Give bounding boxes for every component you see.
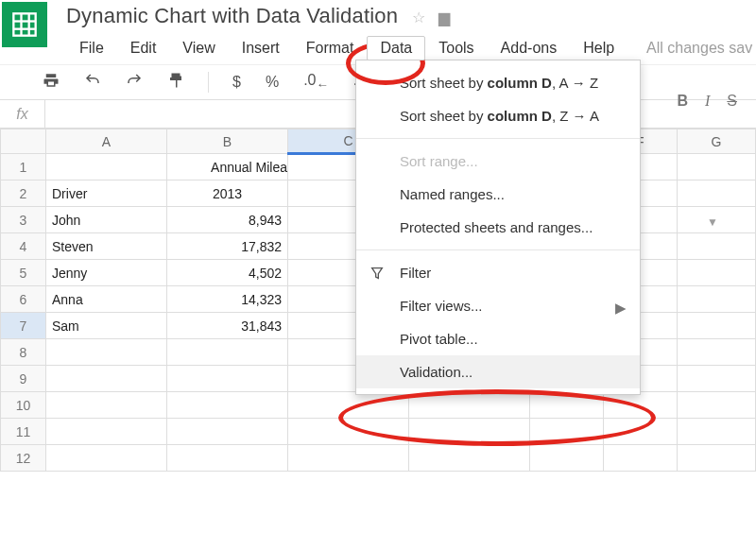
- format-percent[interactable]: %: [261, 70, 284, 95]
- menu-named-ranges[interactable]: Named ranges...: [356, 178, 640, 211]
- menu-edit[interactable]: Edit: [117, 36, 170, 60]
- cell-B5[interactable]: 4,502: [167, 260, 288, 286]
- col-header-G[interactable]: G: [677, 129, 755, 154]
- filter-icon: [369, 266, 385, 284]
- menu-view[interactable]: View: [169, 36, 228, 60]
- row-header-8[interactable]: 8: [1, 339, 46, 366]
- row-header-2[interactable]: 2: [1, 181, 46, 207]
- cell-A3[interactable]: John: [46, 207, 167, 233]
- dec-decrease[interactable]: .0←: [299, 68, 334, 95]
- col-header-A[interactable]: A: [46, 129, 167, 154]
- col-header-B[interactable]: B: [167, 129, 288, 154]
- menu-help[interactable]: Help: [570, 36, 627, 60]
- menu-data[interactable]: Data: [367, 36, 425, 60]
- document-title[interactable]: Dynamic Chart with Data Validation: [66, 4, 398, 27]
- sheets-logo[interactable]: [2, 2, 47, 47]
- paint-format-icon[interactable]: [163, 68, 189, 96]
- svg-rect-0: [13, 13, 35, 35]
- cell-B3[interactable]: 8,943: [167, 207, 288, 233]
- fx-label: fx: [0, 100, 45, 128]
- cell-A2[interactable]: Driver: [46, 181, 167, 207]
- submenu-arrow-icon: ▶: [615, 300, 627, 317]
- cell-B4[interactable]: 17,832: [167, 233, 288, 260]
- row-header-10[interactable]: 10: [1, 392, 46, 419]
- cell-A5[interactable]: Jenny: [46, 260, 167, 286]
- data-validation-arrow[interactable]: ▼: [707, 215, 718, 229]
- menu-protected[interactable]: Protected sheets and ranges...: [356, 211, 640, 244]
- format-currency[interactable]: $: [228, 70, 246, 95]
- folder-icon[interactable]: ▆: [438, 9, 450, 26]
- menu-pivot[interactable]: Pivot table...: [356, 322, 640, 355]
- data-menu-dropdown: Sort sheet by column D, A → Z Sort sheet…: [355, 60, 641, 395]
- menu-validation[interactable]: Validation...: [356, 355, 640, 388]
- save-status: All changes sav: [646, 36, 752, 60]
- strike-button[interactable]: S: [727, 93, 737, 110]
- redo-icon[interactable]: [121, 68, 147, 96]
- row-header-7[interactable]: 7: [1, 313, 46, 339]
- menu-filter-views[interactable]: Filter views...▶: [356, 289, 640, 322]
- row-header-1[interactable]: 1: [1, 154, 46, 181]
- bold-button[interactable]: B: [677, 93, 688, 110]
- row-header-9[interactable]: 9: [1, 366, 46, 392]
- print-icon[interactable]: [38, 68, 64, 96]
- select-all-corner[interactable]: [1, 129, 46, 154]
- menu-file[interactable]: File: [66, 36, 117, 60]
- cell-B7[interactable]: 31,843: [167, 313, 288, 339]
- menu-filter[interactable]: Filter: [356, 256, 640, 289]
- row-header-12[interactable]: 12: [1, 445, 46, 472]
- cell-A7[interactable]: Sam: [46, 313, 167, 339]
- italic-button[interactable]: I: [705, 93, 710, 110]
- format-text-group: B I S: [677, 93, 737, 110]
- menu-sort-za[interactable]: Sort sheet by column D, Z → A: [356, 99, 640, 132]
- row-header-11[interactable]: 11: [1, 419, 46, 445]
- cell-B6[interactable]: 14,323: [167, 286, 288, 313]
- row-header-5[interactable]: 5: [1, 260, 46, 286]
- menubar: File Edit View Insert Format Data Tools …: [66, 36, 752, 60]
- spreadsheet-icon: [11, 11, 38, 38]
- menu-sort-az[interactable]: Sort sheet by column D, A → Z: [356, 66, 640, 99]
- menu-addons[interactable]: Add-ons: [488, 36, 571, 60]
- undo-icon[interactable]: [79, 68, 106, 96]
- cell-B2[interactable]: 2013: [167, 181, 288, 207]
- cell-B1[interactable]: Annual Milea: [167, 154, 288, 181]
- star-icon[interactable]: ☆: [412, 9, 425, 26]
- row-header-3[interactable]: 3: [1, 207, 46, 233]
- row-header-4[interactable]: 4: [1, 233, 46, 260]
- menu-format[interactable]: Format: [293, 36, 368, 60]
- menu-insert[interactable]: Insert: [229, 36, 293, 60]
- cell-A4[interactable]: Steven: [46, 233, 167, 260]
- row-header-6[interactable]: 6: [1, 286, 46, 313]
- cell-A6[interactable]: Anna: [46, 286, 167, 313]
- menu-sort-range: Sort range...: [356, 145, 640, 178]
- menu-tools[interactable]: Tools: [425, 36, 487, 60]
